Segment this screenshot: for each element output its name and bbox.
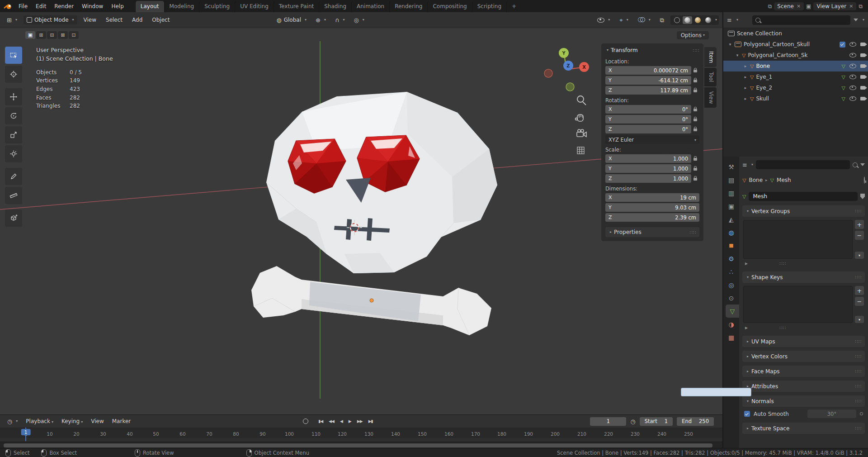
tab-world[interactable]: ◍: [723, 226, 739, 239]
workspace-tab-compositing[interactable]: Compositing: [427, 1, 472, 12]
properties-editor-type-icon[interactable]: ≡: [742, 162, 747, 168]
tab-physics[interactable]: ◎: [723, 278, 739, 291]
play-reverse-button[interactable]: ◀: [338, 418, 345, 424]
tab-texture[interactable]: ▦: [723, 331, 739, 344]
vertex-group-specials-button[interactable]: ▾: [855, 252, 864, 259]
properties-subpanel-header[interactable]: ▸Properties∷∷: [605, 227, 699, 237]
scene-selector[interactable]: Scene ×: [774, 2, 804, 10]
tool-transform-button[interactable]: [5, 145, 22, 162]
breadcrumb-data[interactable]: Mesh: [777, 177, 791, 183]
menu-view[interactable]: View: [88, 416, 107, 426]
disable-render-icon[interactable]: [860, 53, 865, 57]
auto-smooth-angle-field[interactable]: 30°: [807, 409, 856, 418]
scale-z-field[interactable]: Z1.000: [605, 174, 691, 183]
outliner-editor-type-icon[interactable]: ≡: [727, 17, 732, 23]
hide-eye-icon[interactable]: [849, 53, 856, 57]
scale-y-field[interactable]: Y1.000: [605, 164, 691, 173]
timeline-track-area[interactable]: [0, 438, 722, 442]
frame-end-field[interactable]: End250: [677, 417, 714, 426]
pin-icon[interactable]: [864, 176, 865, 184]
filter-icon[interactable]: [860, 163, 865, 166]
overlays-toggle[interactable]: ▾: [635, 16, 654, 24]
workspace-tab-modeling[interactable]: Modeling: [164, 1, 199, 12]
location-y-field[interactable]: Y-614.12 cm: [605, 76, 691, 85]
vertex-groups-header[interactable]: ▾Vertex Groups∷∷: [742, 205, 865, 217]
tab-output[interactable]: ▥: [723, 186, 739, 200]
disable-render-icon[interactable]: [860, 64, 865, 68]
lock-icon[interactable]: [693, 80, 697, 82]
tab-object-data[interactable]: ▽: [726, 305, 739, 318]
hide-eye-icon[interactable]: [849, 96, 856, 101]
tab-tool[interactable]: ⚒: [723, 160, 739, 173]
view-layer-icon[interactable]: ▣: [806, 3, 811, 10]
viewport-editor-type-icon[interactable]: ⊞▾: [4, 16, 20, 24]
sidebar-tab-item[interactable]: Item: [704, 47, 717, 67]
add-workspace-button[interactable]: +: [506, 1, 521, 12]
mesh-name-field[interactable]: Mesh: [749, 192, 858, 201]
playhead-frame-badge[interactable]: 1: [21, 429, 31, 435]
workspace-tab-animation[interactable]: Animation: [351, 1, 389, 12]
filter-icon[interactable]: [854, 19, 858, 21]
current-frame-field[interactable]: 1: [590, 417, 626, 426]
tab-render[interactable]: ▤: [723, 173, 739, 186]
outliner-row-parent-object[interactable]: ▾ ▽ Polygonal_Cartoon_Sk: [723, 50, 868, 61]
menu-view[interactable]: View: [80, 15, 99, 25]
location-z-field[interactable]: Z117.89 cm: [605, 86, 691, 95]
outliner-search-input[interactable]: [752, 15, 850, 25]
shape-key-specials-button[interactable]: ▾: [855, 316, 864, 323]
tool-select-box-button[interactable]: [5, 47, 22, 64]
tab-object[interactable]: ■: [723, 239, 739, 252]
viewport-3d[interactable]: ⊞▾ Object Mode▾ View Select Add Object ◍…: [0, 12, 722, 414]
lock-icon[interactable]: [693, 70, 697, 72]
scene-unlink-icon[interactable]: ×: [797, 3, 801, 9]
auto-keying-toggle[interactable]: [303, 419, 308, 424]
lock-icon[interactable]: [693, 90, 697, 92]
transform-panel-title[interactable]: Transform: [611, 47, 638, 53]
normals-header[interactable]: ▾Normals∷∷: [742, 395, 865, 407]
orientation-dropdown[interactable]: ◍Global▾: [273, 15, 310, 24]
disable-render-icon[interactable]: [860, 43, 865, 46]
disable-render-icon[interactable]: [860, 75, 865, 79]
list-expand-arrow[interactable]: ▸: [745, 324, 748, 331]
tool-rotate-button[interactable]: [5, 107, 22, 124]
sidebar-tab-tool[interactable]: Tool: [704, 68, 717, 86]
remove-shape-key-button[interactable]: −: [855, 297, 864, 306]
lock-icon[interactable]: [693, 168, 697, 171]
pivot-point-dropdown[interactable]: ⊕▾: [312, 16, 329, 24]
shape-keys-list[interactable]: [743, 286, 853, 323]
tool-add-cube-button[interactable]: [5, 209, 22, 227]
animate-property-icon[interactable]: [860, 412, 863, 415]
scrollbar-handle[interactable]: [4, 443, 712, 447]
rotation-x-field[interactable]: X0°: [605, 105, 691, 114]
workspace-tab-uv-editing[interactable]: UV Editing: [235, 1, 274, 12]
scene-icon[interactable]: ⧉: [768, 3, 772, 10]
jump-to-end-button[interactable]: ▶▮: [366, 418, 375, 424]
workspace-tab-layout[interactable]: Layout: [135, 1, 164, 12]
menu-keying[interactable]: Keying▾: [58, 416, 86, 426]
lock-icon[interactable]: [693, 178, 697, 181]
menu-select[interactable]: Select: [103, 15, 126, 25]
vertex-colors-header[interactable]: ▸Vertex Colors∷∷: [742, 351, 865, 362]
menu-render[interactable]: Render: [50, 1, 78, 11]
rotation-y-field[interactable]: Y0°: [605, 115, 691, 124]
proportional-edit-toggle[interactable]: ◎▾: [350, 16, 367, 24]
sidebar-tab-view[interactable]: View: [704, 87, 717, 108]
select-mode-new-button[interactable]: ▣: [25, 31, 35, 39]
disable-render-icon[interactable]: [860, 97, 865, 100]
blender-logo-icon[interactable]: [4, 3, 13, 10]
hide-eye-icon[interactable]: [849, 75, 856, 79]
view-layer-selector[interactable]: View Layer ×: [813, 2, 856, 10]
workspace-tab-rendering[interactable]: Rendering: [389, 1, 427, 12]
timeline-ruler[interactable]: 1 10 20 30 40 50 60 70 80 90 100 110 120…: [0, 428, 722, 438]
lock-icon[interactable]: [693, 109, 697, 111]
menu-edit[interactable]: Edit: [32, 1, 50, 11]
breadcrumb-object[interactable]: Bone: [749, 177, 763, 183]
tool-move-button[interactable]: [5, 88, 22, 105]
rotation-mode-dropdown[interactable]: XYZ Euler▾: [605, 135, 699, 144]
vertex-groups-list[interactable]: [743, 220, 853, 259]
outliner-row-skull[interactable]: ▸ ▽ Skull ▽: [723, 93, 868, 104]
lock-icon[interactable]: [693, 119, 697, 121]
lock-icon[interactable]: [693, 129, 697, 131]
shading-material-button[interactable]: [693, 16, 703, 24]
tab-scene[interactable]: ◭: [723, 213, 739, 226]
